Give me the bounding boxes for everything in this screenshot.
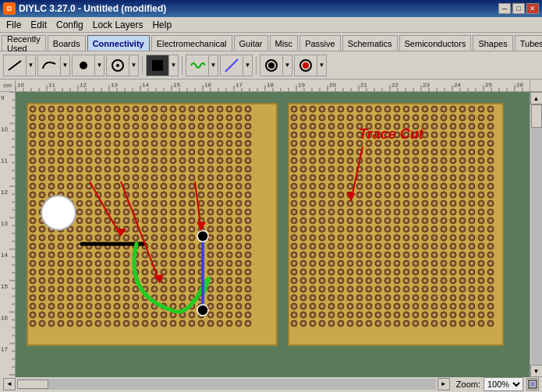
record-dot-dropdown[interactable]: ▼ (283, 55, 292, 76)
square-tool-dropdown[interactable]: ▼ (169, 55, 179, 76)
wave-tool-dropdown[interactable]: ▼ (209, 55, 218, 76)
svg-point-1713 (359, 194, 361, 196)
tab-recently-used[interactable]: Recently Used (2, 35, 46, 51)
svg-point-2252 (413, 295, 419, 301)
scroll-up-button[interactable]: ▲ (530, 92, 543, 104)
menu-item-config[interactable]: Config (51, 18, 88, 32)
wave-tool-button[interactable] (186, 55, 209, 76)
tab-guitar[interactable]: Guitar (234, 35, 268, 51)
svg-point-615 (163, 211, 165, 214)
svg-point-907 (182, 263, 184, 265)
svg-point-2105 (340, 271, 342, 274)
tab-connectivity[interactable]: Connectivity (87, 35, 150, 51)
svg-point-663 (163, 220, 165, 222)
svg-point-11 (32, 108, 34, 111)
scroll-down-button[interactable]: ▼ (530, 365, 543, 377)
svg-point-1017 (247, 280, 250, 282)
close-button[interactable]: ✕ (526, 3, 539, 14)
svg-point-477 (191, 185, 193, 188)
dot-tool-dropdown[interactable]: ▼ (95, 55, 105, 76)
svg-point-1631 (387, 177, 389, 179)
svg-point-2135 (480, 271, 483, 274)
svg-point-519 (163, 194, 165, 196)
svg-point-791 (88, 245, 90, 248)
svg-point-2259 (443, 297, 445, 299)
right-breadboard[interactable] (289, 104, 503, 345)
svg-point-1326 (403, 115, 409, 121)
tab-passive[interactable]: Passive (299, 35, 341, 51)
scroll-thumb-vertical[interactable] (531, 104, 542, 128)
svg-point-71 (88, 117, 90, 119)
scroll-right-button[interactable]: ► (437, 378, 450, 390)
diagonal-tool-dropdown[interactable]: ▼ (243, 55, 253, 76)
svg-point-779 (32, 245, 34, 248)
svg-point-209 (60, 143, 62, 145)
svg-point-207 (51, 143, 53, 145)
maximize-button[interactable]: □ (512, 3, 525, 14)
minimize-button[interactable]: ─ (498, 3, 511, 14)
menu-item-lock-layers[interactable]: Lock Layers (88, 18, 148, 32)
svg-point-2218 (459, 286, 466, 292)
component-circle[interactable] (41, 196, 76, 230)
record-tool-dropdown[interactable]: ▼ (317, 55, 327, 76)
scroll-left-button[interactable]: ◄ (3, 378, 16, 390)
circle-tool-button[interactable] (106, 55, 129, 76)
svg-point-1951 (443, 237, 445, 239)
tab-misc[interactable]: Misc (270, 35, 299, 51)
line-tool-dropdown[interactable]: ▼ (27, 55, 36, 76)
zoom-fit-button[interactable] (526, 378, 539, 390)
svg-point-1107 (219, 297, 221, 299)
svg-point-2006 (291, 252, 297, 258)
tab-shapes[interactable]: Shapes (473, 35, 512, 51)
tab-semiconductors[interactable]: Semiconductors (399, 35, 472, 51)
tab-electromechanical[interactable]: Electromechanical (151, 35, 232, 51)
svg-point-1271 (349, 108, 352, 111)
circle-tool-dropdown[interactable]: ▼ (129, 55, 139, 76)
svg-point-1667 (349, 185, 352, 188)
svg-point-1938 (384, 235, 391, 241)
menu-item-file[interactable]: File (2, 18, 26, 32)
svg-point-2261 (452, 297, 455, 299)
svg-point-785 (60, 245, 62, 248)
svg-point-1960 (487, 235, 494, 241)
tab-boards[interactable]: Boards (48, 35, 86, 51)
svg-point-628 (226, 209, 232, 215)
menu-item-help[interactable]: Help (147, 18, 176, 32)
left-breadboard[interactable] (27, 104, 277, 345)
line-tool-button[interactable] (3, 55, 27, 76)
svg-point-378 (179, 166, 186, 172)
dot-tool-button[interactable] (72, 55, 95, 76)
svg-point-2038 (441, 252, 447, 258)
canvas[interactable]: Trace Cut (16, 92, 530, 377)
scroll-thumb-horizontal[interactable] (17, 380, 48, 389)
tab-tubes[interactable]: Tubes (515, 35, 542, 51)
arrow-4 (346, 147, 363, 201)
curve-tool-dropdown[interactable]: ▼ (61, 55, 70, 76)
svg-point-403 (69, 177, 72, 179)
svg-point-250 (30, 149, 36, 155)
svg-point-2047 (480, 254, 483, 256)
zoom-select[interactable]: 100% 75% 150% 200% (484, 377, 523, 391)
svg-point-2387 (424, 323, 427, 325)
svg-point-1673 (377, 185, 380, 188)
record-dot-button[interactable] (260, 55, 283, 76)
svg-point-489 (247, 185, 250, 188)
diagonal-tool-button[interactable] (220, 55, 243, 76)
record-tool-button[interactable] (294, 55, 317, 76)
svg-point-1908 (450, 226, 456, 232)
tab-schematics[interactable]: Schematics (342, 35, 398, 51)
svg-point-758 (161, 235, 167, 241)
svg-point-74 (105, 115, 111, 121)
svg-point-892 (114, 260, 120, 267)
svg-point-647 (88, 220, 90, 222)
svg-point-2175 (462, 280, 464, 282)
svg-point-1372 (413, 123, 419, 129)
menu-item-edit[interactable]: Edit (26, 18, 51, 32)
svg-point-2094 (291, 269, 297, 275)
square-tool-button[interactable] (146, 55, 169, 76)
svg-point-131 (144, 125, 147, 128)
svg-point-943 (126, 271, 128, 274)
svg-point-2233 (321, 297, 324, 299)
curve-tool-button[interactable] (37, 55, 61, 76)
svg-point-1677 (396, 185, 399, 188)
